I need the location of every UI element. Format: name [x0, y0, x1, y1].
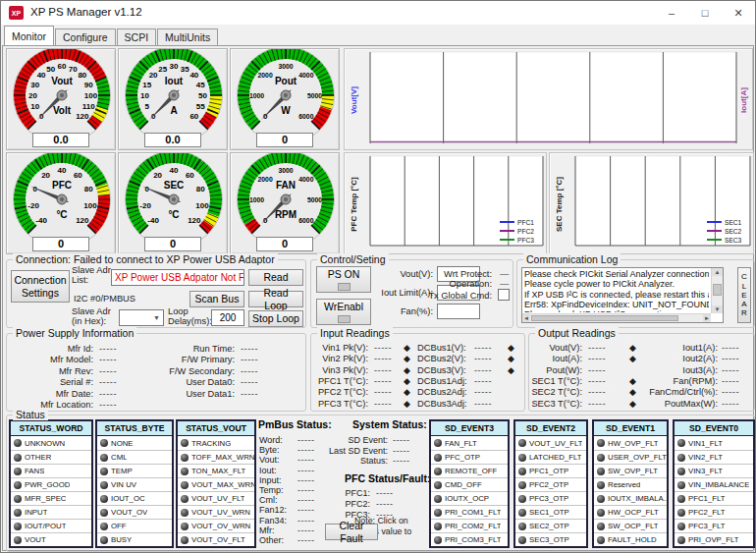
app-icon: XP: [9, 6, 24, 20]
chart-pfc-temp: PFC Temp [°C]PFC1PFC2PFC3: [344, 152, 547, 254]
pmbus-label: Input:: [259, 475, 293, 485]
scroll-up-icon[interactable]: ▲: [712, 268, 723, 276]
scrollbar-thumb[interactable]: [713, 284, 722, 296]
gauge-tick-label: 15: [142, 81, 151, 89]
loop-delay-label: Loop Delay(ms):: [168, 306, 209, 327]
window-title: XP PS Manager v1.12: [30, 6, 142, 18]
status-diamond-icon: ◆: [508, 354, 514, 363]
fan-set-input[interactable]: [437, 304, 480, 319]
gauge-sec: -40-20020406080100120SEC°C0: [118, 152, 228, 254]
log-line: Please check PICkit Serial Analyzer conn…: [524, 269, 709, 279]
wr-enabl-indicator: [338, 315, 351, 323]
pfc-status-value[interactable]: -----: [376, 510, 394, 520]
loop-delay-input[interactable]: 200: [211, 309, 244, 326]
gauge-tick-label: 120: [76, 112, 89, 121]
tab-monitor[interactable]: Monitor: [4, 26, 54, 45]
gauge-tick-label: 5000: [307, 196, 322, 203]
psu-right-value: -----: [241, 377, 258, 387]
input-right-label: DCBus3(V):: [417, 365, 470, 375]
stop-loop-button[interactable]: Stop Loop: [248, 310, 303, 327]
gauge-name: Pout: [275, 76, 297, 86]
scroll-left-icon[interactable]: ◄: [522, 314, 530, 322]
gauge-tick-label: 40: [37, 71, 46, 80]
gauge-tick-label: 60: [189, 112, 198, 121]
output-right-label: PoutMax(W):: [639, 399, 718, 409]
close-button[interactable]: ✕: [722, 1, 755, 25]
gauge-tick-label: 6000: [298, 113, 313, 120]
minimize-button[interactable]: –: [655, 1, 688, 25]
clear-letter: E: [741, 291, 746, 300]
gauge-tick-label: 100: [84, 91, 98, 100]
horizontal-scrollbar[interactable]: ◄ ►: [522, 313, 711, 322]
comm-log-group: Communication Log Please check PICkit Se…: [516, 259, 755, 328]
system-value[interactable]: -----: [393, 446, 410, 456]
pmbus-value[interactable]: -----: [297, 475, 315, 485]
gauge-unit: °C: [56, 209, 67, 220]
operation-value: —: [500, 279, 510, 289]
gauge-tick-label: 20: [149, 71, 158, 80]
chart-left-axis-label: PFC Temp [°C]: [350, 177, 358, 232]
gauge-tick-label: 5000: [307, 92, 322, 99]
clear-log-button[interactable]: CLEAR: [737, 267, 751, 323]
gauge-tick-label: -20: [27, 201, 39, 210]
gauge-tick-label: 20: [41, 171, 50, 180]
gauge-tick-label: 60: [186, 171, 194, 180]
scan-bus-button[interactable]: Scan Bus: [189, 291, 244, 307]
psu-right-label: User Data1:: [123, 389, 235, 399]
legend-label: PFC1: [517, 219, 534, 226]
scroll-down-icon[interactable]: ▼: [712, 305, 723, 313]
input-right-value: -----: [474, 387, 492, 397]
gauge-fan: 0100020003000400050006000FANRPM0: [230, 152, 340, 254]
comm-log-box[interactable]: Please check PICkit Serial Analyzer conn…: [521, 267, 724, 323]
system-value[interactable]: -----: [393, 456, 410, 466]
pmbus-value[interactable]: -----: [297, 535, 315, 545]
slave-adr-select[interactable]: ▼: [119, 309, 164, 326]
tab-configure[interactable]: Configure: [55, 28, 116, 45]
input-right-row: DCBus3Adj:-----: [311, 399, 524, 410]
input-right-row: DCBus1Adj:-----: [311, 376, 524, 387]
psu-left-row: Mfr Location:-----: [7, 400, 305, 411]
maximize-button[interactable]: □: [688, 1, 722, 25]
input-readings-group-title: Input Readings: [317, 327, 393, 339]
tab-multiunits[interactable]: MultiUnits: [157, 28, 218, 45]
tab-label: Monitor: [12, 30, 46, 42]
gauge-tick-label: 2000: [258, 72, 273, 79]
tab-scpi[interactable]: SCPI: [117, 28, 157, 45]
input-right-row: DCBus1(V):-----◆: [311, 343, 524, 354]
legend-label: SEC3: [725, 237, 742, 244]
pmbus-value[interactable]: -----: [297, 525, 315, 535]
scrollbar-thumb[interactable]: [531, 315, 678, 321]
psu-right-row: Run Time:-----: [7, 344, 305, 355]
wrt-protect-label: Wrt Protect:: [435, 269, 492, 279]
gauge-value-pout: 0: [256, 133, 313, 147]
slave-adr-list-field[interactable]: XP Power USB Adpator Not Found: [111, 269, 244, 286]
operation-label: Operation:: [435, 279, 492, 289]
read-button[interactable]: Read: [248, 269, 303, 286]
psu-right-label: User Data0:: [123, 377, 235, 387]
scroll-right-icon[interactable]: ►: [703, 314, 711, 322]
read-loop-button[interactable]: Read Loop: [248, 291, 303, 307]
output-readings-group: Output Readings Vout(V):-----◆Iout(A):--…: [528, 333, 755, 412]
pfc-status-value[interactable]: -----: [376, 488, 394, 498]
gauge-unit: A: [170, 105, 177, 116]
tx-global-checkbox[interactable]: [498, 289, 510, 301]
psu-right-row: F/W Secondary:-----: [7, 366, 305, 377]
connection-settings-button[interactable]: Connection Settings: [11, 270, 70, 303]
gauge-tick-label: 2000: [258, 176, 273, 183]
system-label: Last SD Event:: [301, 446, 388, 456]
output-right-row: Iout1(A):-----: [529, 343, 754, 354]
gauge-tick-label: 90: [84, 81, 93, 89]
pfc-status-label: PFC3:: [331, 510, 370, 520]
gauge-tick-label: 50: [46, 65, 55, 74]
gauge-tick-label: 70: [69, 65, 78, 74]
gauge-unit: °C: [168, 209, 179, 220]
pfc-status-value[interactable]: -----: [376, 499, 394, 509]
system-value[interactable]: -----: [393, 435, 410, 445]
output-right-label: Iout3(A):: [639, 365, 718, 375]
gauge-value-sec: 0: [144, 237, 201, 251]
output-right-value: -----: [722, 387, 739, 397]
pmbus-value[interactable]: -----: [297, 466, 315, 475]
status-group-title: Status: [13, 409, 48, 420]
status-table-header: STATUS_WORD: [11, 421, 91, 436]
vertical-scrollbar[interactable]: ▲ ▼: [711, 268, 723, 313]
